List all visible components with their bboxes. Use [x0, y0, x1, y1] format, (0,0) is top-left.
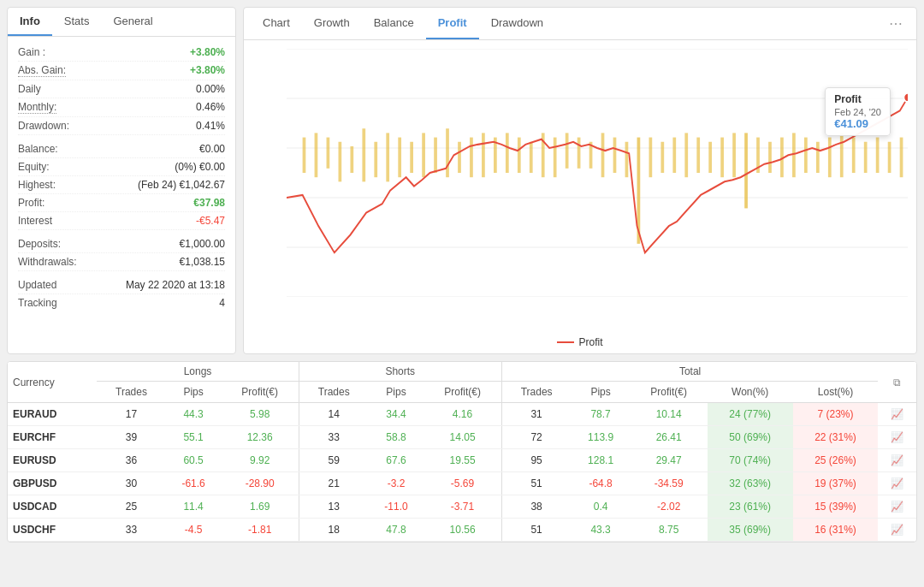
- col-header-lost: Lost(%): [793, 382, 879, 403]
- tab-balance[interactable]: Balance: [362, 8, 426, 39]
- svg-rect-17: [374, 142, 377, 177]
- svg-point-62: [903, 93, 908, 102]
- svg-rect-59: [876, 138, 880, 173]
- value-gain: +3.80%: [190, 46, 225, 58]
- cell-s-pips: -11.0: [369, 495, 424, 519]
- label-tracking: Tracking: [18, 297, 57, 309]
- cell-t-pips: 128.1: [572, 449, 631, 472]
- cell-l-pips: 55.1: [166, 426, 222, 449]
- col-header-t-profit: Profit(€): [631, 382, 708, 403]
- label-highest: Highest:: [18, 179, 56, 191]
- cell-l-profit: 9.92: [222, 449, 299, 472]
- cell-s-trades: 21: [299, 472, 368, 495]
- cell-l-trades: 36: [97, 449, 165, 472]
- cell-l-pips: 44.3: [166, 403, 222, 426]
- cell-lost: 19 (37%): [793, 472, 879, 495]
- tab-stats[interactable]: Stats: [52, 8, 102, 36]
- svg-rect-18: [386, 133, 389, 181]
- left-tabs: Info Stats General: [8, 8, 235, 37]
- svg-rect-60: [888, 142, 891, 173]
- tooltip-value: €41.09: [834, 117, 881, 130]
- svg-rect-39: [625, 142, 629, 177]
- svg-rect-46: [720, 138, 724, 178]
- row-updated: Updated May 22 2020 at 13:18: [18, 276, 225, 294]
- cell-chart-icon[interactable]: 📈: [878, 495, 916, 519]
- col-group-shorts: Shorts: [299, 362, 501, 382]
- cell-lost: 7 (23%): [793, 403, 879, 426]
- table-row: GBPUSD 30 -61.6 -28.90 21 -3.2 -5.69 51 …: [8, 472, 916, 495]
- col-header-s-trades: Trades: [299, 382, 368, 403]
- cell-lost: 15 (39%): [793, 495, 879, 519]
- col-header-currency: Currency: [8, 362, 97, 403]
- table-row: EURUSD 36 60.5 9.92 59 67.6 19.55 95 128…: [8, 449, 916, 472]
- value-profit: €37.98: [193, 197, 225, 209]
- cell-chart-icon[interactable]: 📈: [878, 449, 916, 472]
- col-header-s-pips: Pips: [369, 382, 424, 403]
- cell-l-profit: -1.81: [222, 519, 299, 542]
- row-daily: Daily 0.00%: [18, 80, 225, 98]
- cell-t-pips: -64.8: [572, 472, 631, 495]
- col-group-total: Total: [501, 362, 878, 382]
- chart-tabs: Chart Growth Balance Profit Drawdown ⋯: [244, 8, 916, 40]
- cell-chart-icon[interactable]: 📈: [878, 403, 916, 426]
- bottom-table-section: Currency Longs Shorts Total ⧉ Trades Pip…: [7, 361, 917, 543]
- label-drawdown: Drawdown:: [18, 120, 69, 132]
- cell-s-pips: -3.2: [369, 472, 424, 495]
- copy-icon[interactable]: ⧉: [893, 377, 901, 388]
- tab-info[interactable]: Info: [8, 8, 52, 36]
- cell-s-profit: -3.71: [424, 495, 501, 519]
- tab-chart[interactable]: Chart: [251, 8, 302, 39]
- cell-won: 70 (74%): [708, 449, 793, 472]
- cell-l-trades: 17: [97, 403, 165, 426]
- cell-l-trades: 33: [97, 519, 165, 542]
- cell-s-trades: 33: [299, 426, 368, 449]
- label-monthly: Monthly:: [18, 101, 56, 114]
- tab-general[interactable]: General: [101, 8, 164, 36]
- row-balance: Balance: €0.00: [18, 140, 225, 158]
- value-drawdown: 0.41%: [196, 120, 225, 132]
- col-header-l-pips: Pips: [166, 382, 222, 403]
- cell-won: 50 (69%): [708, 426, 793, 449]
- svg-rect-23: [446, 128, 449, 177]
- cell-s-trades: 14: [299, 403, 368, 426]
- tab-drawdown[interactable]: Drawdown: [479, 8, 555, 39]
- cell-l-trades: 25: [97, 495, 165, 519]
- cell-chart-icon[interactable]: 📈: [878, 426, 916, 449]
- cell-l-pips: 11.4: [166, 495, 222, 519]
- cell-t-trades: 51: [501, 519, 571, 542]
- tab-growth[interactable]: Growth: [302, 8, 362, 39]
- svg-rect-30: [530, 142, 533, 173]
- col-group-longs: Longs: [97, 362, 299, 382]
- svg-rect-16: [362, 128, 365, 181]
- cell-currency: EURUSD: [8, 449, 97, 472]
- svg-rect-14: [339, 142, 342, 182]
- cell-l-profit: 5.98: [222, 403, 299, 426]
- tab-profit[interactable]: Profit: [426, 8, 479, 39]
- cell-chart-icon[interactable]: 📈: [878, 472, 916, 495]
- cell-l-pips: -4.5: [166, 519, 222, 542]
- value-daily: 0.00%: [196, 83, 225, 95]
- cell-currency: USDCAD: [8, 495, 97, 519]
- svg-rect-22: [434, 138, 437, 173]
- value-highest: (Feb 24) €1,042.67: [138, 179, 225, 191]
- cell-l-profit: 12.36: [222, 426, 299, 449]
- cell-chart-icon[interactable]: 📈: [878, 519, 916, 542]
- value-abs-gain: +3.80%: [190, 64, 225, 77]
- cell-l-profit: 1.69: [222, 495, 299, 519]
- cell-l-pips: 60.5: [166, 449, 222, 472]
- value-balance: €0.00: [199, 143, 225, 155]
- value-updated: May 22 2020 at 13:18: [126, 279, 225, 291]
- row-highest: Highest: (Feb 24) €1,042.67: [18, 176, 225, 194]
- chart-legend: Profit: [244, 331, 916, 353]
- col-header-t-pips: Pips: [572, 382, 631, 403]
- svg-rect-37: [613, 138, 617, 173]
- svg-rect-29: [518, 138, 521, 173]
- svg-rect-34: [578, 138, 581, 169]
- chart-menu-icon[interactable]: ⋯: [882, 9, 909, 39]
- cell-s-pips: 47.8: [369, 519, 424, 542]
- svg-rect-41: [660, 142, 664, 173]
- cell-l-trades: 39: [97, 426, 165, 449]
- col-header-won: Won(%): [708, 382, 793, 403]
- col-header-copy[interactable]: ⧉: [878, 362, 916, 403]
- label-profit: Profit:: [18, 197, 44, 209]
